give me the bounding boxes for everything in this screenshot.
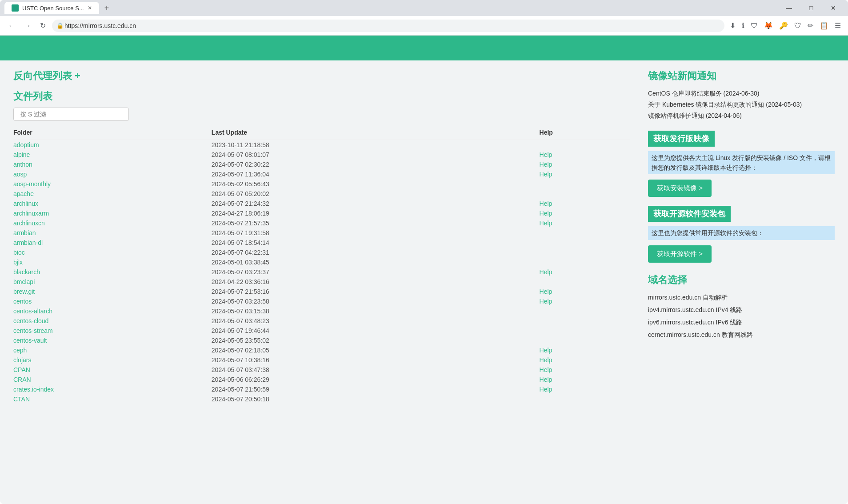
download-icon[interactable]: ⬇: [728, 20, 737, 32]
table-row: centos-stream2024-05-07 19:46:44: [13, 326, 630, 336]
folder-link[interactable]: anthon: [13, 161, 32, 168]
help-link[interactable]: Help: [540, 220, 552, 227]
folder-link[interactable]: archlinuxcn: [13, 220, 45, 227]
info-icon[interactable]: ℹ: [740, 20, 746, 32]
extension1-icon[interactable]: 🛡: [749, 20, 760, 32]
reverse-proxy-link[interactable]: 反向代理列表 +: [13, 69, 630, 83]
help-link[interactable]: Help: [540, 288, 552, 295]
table-row: brew.git2024-05-07 21:53:16Help: [13, 287, 630, 296]
help-cell: Help: [531, 384, 630, 394]
help-cell: [531, 316, 630, 326]
folder-link[interactable]: aosp-monthly: [13, 180, 51, 188]
help-link[interactable]: Help: [540, 210, 552, 217]
main-content: 反向代理列表 + 文件列表 Folder Last Update Help ad…: [0, 60, 848, 413]
folder-link[interactable]: archlinux: [13, 200, 38, 207]
date-cell: 2024-05-07 19:46:44: [194, 326, 531, 336]
domain-item: mirrors.ustc.edu.cn 自动解析: [648, 291, 835, 304]
table-row: aosp-monthly2024-05-02 05:56:43: [13, 179, 630, 189]
table-row: CTAN2024-05-07 20:50:18: [13, 394, 630, 404]
table-row: clojars2024-05-07 10:38:16Help: [13, 355, 630, 365]
folder-link[interactable]: bmclapi: [13, 278, 35, 285]
date-cell: 2024-05-07 19:31:58: [194, 228, 531, 238]
help-link[interactable]: Help: [540, 298, 552, 305]
menu-icon[interactable]: ☰: [833, 20, 843, 32]
folder-link[interactable]: archlinuxarm: [13, 210, 49, 217]
folder-link[interactable]: bjlx: [13, 259, 23, 266]
help-link[interactable]: Help: [540, 347, 552, 354]
help-cell: Help: [531, 287, 630, 296]
forward-button[interactable]: →: [21, 20, 34, 32]
close-button[interactable]: ✕: [823, 1, 844, 15]
folder-link[interactable]: CRAN: [13, 376, 31, 383]
folder-link[interactable]: ceph: [13, 347, 27, 354]
folder-link[interactable]: crates.io-index: [13, 386, 54, 393]
reload-button[interactable]: ↻: [37, 20, 48, 32]
folder-link[interactable]: clojars: [13, 356, 31, 364]
folder-link[interactable]: bioc: [13, 249, 25, 256]
pkg-get-button[interactable]: 获取开源软件 >: [648, 245, 712, 263]
help-cell: [531, 179, 630, 189]
news-item[interactable]: 镜像站停机维护通知 (2024-04-06): [648, 110, 835, 121]
folder-link[interactable]: alpine: [13, 151, 30, 158]
domain-item: ipv4.mirrors.ustc.edu.cn IPv4 线路: [648, 304, 835, 316]
domain-item: cernet.mirrors.ustc.edu.cn 教育网线路: [648, 328, 835, 341]
table-row: crates.io-index2024-05-07 21:50:59Help: [13, 384, 630, 394]
help-cell: [531, 306, 630, 316]
news-items-container: CentOS 仓库即将结束服务 (2024-06-30)关于 Kubernete…: [648, 88, 835, 122]
address-input[interactable]: [52, 20, 724, 32]
folder-link[interactable]: adoptium: [13, 141, 39, 148]
date-cell: 2024-05-05 23:55:02: [194, 336, 531, 345]
news-item[interactable]: 关于 Kubernetes 镜像目录结构更改的通知 (2024-05-03): [648, 99, 835, 110]
help-cell: Help: [531, 296, 630, 306]
folder-link[interactable]: CTAN: [13, 396, 30, 403]
new-tab-button[interactable]: +: [101, 2, 113, 15]
file-table: Folder Last Update Help adoptium2023-10-…: [13, 127, 630, 404]
help-link[interactable]: Help: [540, 386, 552, 393]
filter-input[interactable]: [13, 108, 129, 121]
folder-link[interactable]: centos: [13, 298, 32, 305]
help-cell: Help: [531, 160, 630, 169]
folder-link[interactable]: aosp: [13, 171, 27, 178]
date-cell: 2024-05-07 08:01:07: [194, 150, 531, 160]
news-title: 镜像站新闻通知: [648, 69, 835, 83]
extension6-icon[interactable]: 📋: [818, 20, 830, 32]
minimize-button[interactable]: —: [779, 1, 799, 15]
table-row: armbian-dl2024-05-07 18:54:14: [13, 238, 630, 248]
folder-link[interactable]: brew.git: [13, 288, 35, 295]
folder-link[interactable]: centos-altarch: [13, 308, 52, 315]
extension2-icon[interactable]: 🦊: [762, 20, 775, 32]
help-link[interactable]: Help: [540, 268, 552, 276]
folder-link[interactable]: centos-cloud: [13, 317, 48, 324]
help-link[interactable]: Help: [540, 200, 552, 207]
tab-close-button[interactable]: ✕: [88, 5, 92, 11]
help-link[interactable]: Help: [540, 161, 552, 168]
extension4-icon[interactable]: 🛡: [792, 20, 803, 32]
date-cell: 2024-05-07 21:53:16: [194, 287, 531, 296]
help-link[interactable]: Help: [540, 366, 552, 373]
folder-link[interactable]: apache: [13, 190, 34, 197]
folder-link[interactable]: armbian: [13, 229, 36, 236]
pkg-section: 获取开源软件安装包 这里也为您提供常用开源软件的安装包： 获取开源软件 >: [648, 206, 835, 262]
table-row: bioc2024-05-07 04:22:31: [13, 248, 630, 257]
folder-link[interactable]: armbian-dl: [13, 239, 43, 246]
back-button[interactable]: ←: [5, 20, 18, 32]
folder-link[interactable]: blackarch: [13, 268, 40, 276]
file-list-title: 文件列表: [13, 90, 630, 103]
extension5-icon[interactable]: ✏: [806, 20, 815, 32]
help-link[interactable]: Help: [540, 151, 552, 158]
extension3-icon[interactable]: 🔑: [777, 20, 790, 32]
iso-get-button[interactable]: 获取安装镜像 >: [648, 180, 712, 197]
left-panel: 反向代理列表 + 文件列表 Folder Last Update Help ad…: [13, 69, 630, 404]
help-link[interactable]: Help: [540, 376, 552, 383]
maximize-button[interactable]: □: [801, 1, 821, 15]
table-row: ceph2024-05-07 02:18:05Help: [13, 345, 630, 355]
folder-link[interactable]: CPAN: [13, 366, 30, 373]
browser-tab[interactable]: USTC Open Source S... ✕: [4, 2, 99, 14]
help-link[interactable]: Help: [540, 171, 552, 178]
folder-link[interactable]: centos-vault: [13, 337, 47, 344]
help-cell: Help: [531, 375, 630, 384]
folder-link[interactable]: centos-stream: [13, 327, 53, 334]
help-link[interactable]: Help: [540, 356, 552, 364]
news-item[interactable]: CentOS 仓库即将结束服务 (2024-06-30): [648, 88, 835, 99]
help-cell: Help: [531, 355, 630, 365]
